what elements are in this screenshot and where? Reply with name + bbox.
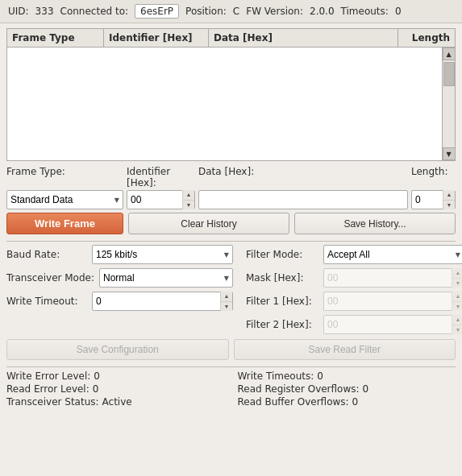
filter1-input[interactable] bbox=[324, 294, 452, 308]
filter2-input[interactable] bbox=[324, 317, 452, 332]
col-data: Data [Hex] bbox=[209, 29, 398, 47]
baud-rate-field[interactable]: 125 kbit/s ▼ bbox=[92, 245, 233, 264]
filter1-spin-down[interactable]: ▼ bbox=[452, 302, 462, 312]
transceiver-mode-select[interactable]: Normal bbox=[103, 272, 224, 284]
transceiver-mode-field[interactable]: Normal ▼ bbox=[99, 268, 233, 288]
identifier-spin-btns: ▲ ▼ bbox=[182, 190, 194, 209]
connected-label: Connected to: bbox=[60, 6, 129, 17]
read-buffer-row: Read Buffer Overflows: 0 bbox=[238, 396, 456, 408]
timeouts-value: 0 bbox=[395, 6, 402, 17]
filter-mode-select[interactable]: Accept All bbox=[327, 249, 456, 260]
buttons-row: Write Frame Clear History Save History..… bbox=[6, 213, 456, 234]
mask-label: Mask [Hex]: bbox=[246, 272, 318, 284]
fw-value: 2.0.0 bbox=[310, 6, 335, 17]
identifier-field[interactable]: ▲ ▼ bbox=[127, 190, 195, 209]
write-timeout-field[interactable]: ▲ ▼ bbox=[92, 292, 233, 311]
write-error-label: Write Error Level: bbox=[6, 370, 90, 382]
write-timeouts-value: 0 bbox=[317, 370, 323, 382]
baud-rate-arrow-icon: ▼ bbox=[224, 251, 229, 259]
field-labels-row: Frame Type: Identifier [Hex]: Data [Hex]… bbox=[6, 166, 456, 188]
transceiver-mode-row: Transceiver Mode: Normal ▼ bbox=[6, 268, 233, 288]
scrollbar-track bbox=[443, 60, 455, 147]
filter2-spin-up[interactable]: ▲ bbox=[452, 315, 462, 325]
frame-type-label: Frame Type: bbox=[6, 166, 123, 188]
data-input[interactable] bbox=[198, 190, 408, 209]
divider-2 bbox=[6, 366, 456, 367]
clear-history-button[interactable]: Clear History bbox=[128, 213, 289, 234]
top-bar: UID: 333 Connected to: 6esErP Position: … bbox=[0, 0, 462, 23]
filter-mode-arrow-icon: ▼ bbox=[456, 251, 460, 259]
save-config-button[interactable]: Save Configuration bbox=[6, 339, 229, 360]
read-register-value: 0 bbox=[363, 383, 369, 395]
filter1-field[interactable]: ▲ ▼ bbox=[323, 292, 462, 311]
read-register-row: Read Register Overflows: 0 bbox=[238, 383, 456, 395]
length-input[interactable] bbox=[412, 192, 443, 207]
scrollbar-up-btn[interactable]: ▲ bbox=[443, 48, 456, 60]
position-value: C bbox=[233, 6, 239, 17]
table-scrollbar[interactable]: ▲ ▼ bbox=[442, 48, 455, 160]
filter-mode-row: Filter Mode: Accept All ▼ bbox=[246, 245, 462, 264]
identifier-spin-down[interactable]: ▼ bbox=[183, 201, 194, 210]
write-timeout-spin-down[interactable]: ▼ bbox=[221, 302, 232, 312]
filter2-label: Filter 2 [Hex]: bbox=[246, 319, 318, 330]
write-timeout-spin-btns: ▲ ▼ bbox=[220, 292, 232, 311]
mask-row: Mask [Hex]: ▲ ▼ bbox=[246, 268, 462, 288]
col-length: Length bbox=[398, 29, 455, 47]
fw-label: FW Version: bbox=[246, 6, 303, 17]
transceiver-status-label: Transceiver Status: bbox=[6, 396, 99, 408]
divider-1 bbox=[6, 241, 456, 242]
length-spin-down[interactable]: ▼ bbox=[443, 201, 455, 210]
write-timeout-spin-up[interactable]: ▲ bbox=[221, 292, 232, 302]
read-buffer-label: Read Buffer Overflows: bbox=[238, 396, 349, 408]
save-history-button[interactable]: Save History... bbox=[294, 213, 456, 234]
write-timeout-label: Write Timeout: bbox=[6, 296, 87, 307]
read-error-value: 0 bbox=[93, 383, 99, 395]
connected-value: 6esErP bbox=[135, 4, 179, 19]
frame-type-field[interactable]: Standard Data ▼ bbox=[6, 190, 123, 209]
filter-mode-label: Filter Mode: bbox=[246, 249, 318, 260]
mask-spin-down[interactable]: ▼ bbox=[452, 279, 462, 288]
timeouts-label: Timeouts: bbox=[341, 6, 389, 17]
filter1-spin-up[interactable]: ▲ bbox=[452, 292, 462, 302]
write-frame-button[interactable]: Write Frame bbox=[6, 213, 123, 234]
length-spin-up[interactable]: ▲ bbox=[443, 190, 455, 201]
mask-input[interactable] bbox=[324, 271, 452, 285]
config-left: Baud Rate: 125 kbit/s ▼ Transceiver Mode… bbox=[6, 245, 233, 334]
write-error-row: Write Error Level: 0 bbox=[6, 370, 225, 382]
scrollbar-down-btn[interactable]: ▼ bbox=[443, 147, 456, 160]
length-label: Length: bbox=[411, 166, 456, 188]
write-error-value: 0 bbox=[94, 370, 100, 382]
filter1-label: Filter 1 [Hex]: bbox=[246, 296, 318, 307]
baud-rate-select[interactable]: 125 kbit/s bbox=[96, 249, 224, 260]
transceiver-status-value: Active bbox=[102, 396, 132, 408]
write-timeout-input[interactable] bbox=[93, 294, 220, 308]
table-scroll-area bbox=[7, 48, 442, 160]
scrollbar-thumb[interactable] bbox=[443, 62, 455, 86]
transceiver-mode-label: Transceiver Mode: bbox=[6, 272, 94, 284]
save-read-filter-button[interactable]: Save Read Filter bbox=[234, 339, 456, 360]
uid-value: 333 bbox=[35, 6, 54, 17]
length-field[interactable]: ▲ ▼ bbox=[411, 190, 456, 209]
identifier-spin-up[interactable]: ▲ bbox=[183, 190, 194, 201]
mask-spin-up[interactable]: ▲ bbox=[452, 268, 462, 279]
baud-rate-label: Baud Rate: bbox=[6, 249, 87, 260]
table-body: ▲ ▼ bbox=[7, 48, 455, 160]
filter2-spin-down[interactable]: ▼ bbox=[452, 325, 462, 335]
save-row: Save Configuration Save Read Filter bbox=[6, 339, 456, 360]
read-buffer-value: 0 bbox=[352, 396, 359, 408]
mask-spin-btns: ▲ ▼ bbox=[452, 268, 462, 288]
uid-label: UID: bbox=[8, 6, 29, 17]
read-register-label: Read Register Overflows: bbox=[238, 383, 360, 395]
write-timeouts-row: Write Timeouts: 0 bbox=[238, 370, 456, 382]
table-header: Frame Type Identifier [Hex] Data [Hex] L… bbox=[7, 29, 455, 48]
frame-type-arrow-icon: ▼ bbox=[114, 197, 119, 204]
filter-mode-field[interactable]: Accept All ▼ bbox=[323, 245, 462, 264]
config-section: Baud Rate: 125 kbit/s ▼ Transceiver Mode… bbox=[6, 245, 456, 334]
col-identifier: Identifier [Hex] bbox=[104, 29, 209, 47]
baud-rate-row: Baud Rate: 125 kbit/s ▼ bbox=[6, 245, 233, 264]
identifier-input[interactable] bbox=[127, 192, 182, 207]
length-spin-btns: ▲ ▼ bbox=[443, 190, 455, 209]
filter2-field[interactable]: ▲ ▼ bbox=[323, 315, 462, 334]
mask-field[interactable]: ▲ ▼ bbox=[323, 268, 462, 288]
frame-type-select[interactable]: Standard Data bbox=[10, 194, 114, 205]
